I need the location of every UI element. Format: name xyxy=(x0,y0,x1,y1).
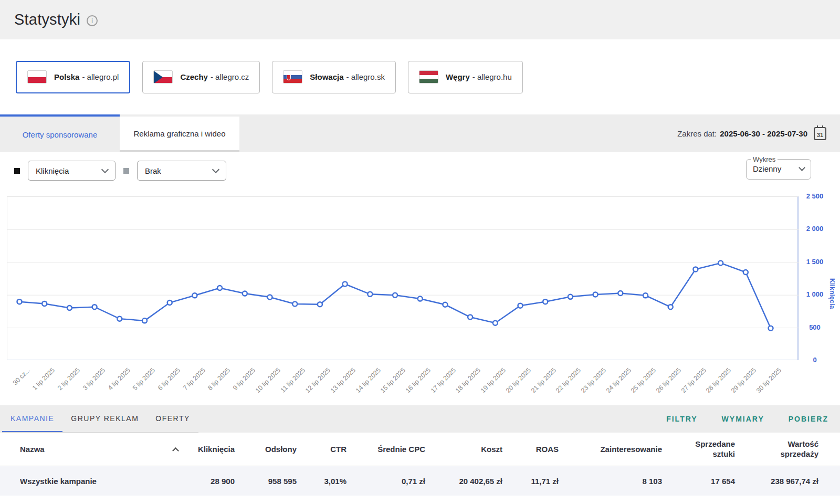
x-axis-tick-label: 12 lip 2025 xyxy=(304,366,332,394)
tab-reklama-graficzna[interactable]: Reklama graficzna i wideo xyxy=(120,117,239,152)
marketplace-panel: Polska- allegro.pl Czechy- allegro.cz Sł… xyxy=(0,39,840,114)
data-point[interactable] xyxy=(343,281,348,286)
chart-type-select[interactable]: Wykres Dzienny xyxy=(746,155,811,180)
metric2-value: Brak xyxy=(145,166,161,175)
column-header[interactable]: Średnie CPC xyxy=(346,445,425,454)
data-point[interactable] xyxy=(668,304,673,309)
marketplace-label: Słowacja- allegro.sk xyxy=(310,72,385,82)
data-point[interactable] xyxy=(142,318,147,323)
table-header-row: Nazwa Kliknięcia Odsłony CTR Średnie CPC… xyxy=(0,433,840,466)
data-point[interactable] xyxy=(243,291,247,296)
column-header[interactable]: Wartość sprzedaży xyxy=(735,439,818,459)
data-point[interactable] xyxy=(618,291,623,296)
data-point[interactable] xyxy=(543,299,548,304)
column-header-nazwa[interactable]: Nazwa xyxy=(0,445,181,454)
y-axis-tick-label: 1 000 xyxy=(803,290,827,298)
y-axis-tick-label: 2 500 xyxy=(803,192,827,200)
row-value: 11,71 zł xyxy=(502,477,559,486)
x-axis-tick-label: 29 lip 2025 xyxy=(730,366,758,394)
report-tabs: KAMPANIE GRUPY REKLAM OFERTY xyxy=(2,405,198,433)
column-header[interactable]: ROAS xyxy=(502,445,559,454)
sort-asc-icon[interactable] xyxy=(172,447,179,454)
row-value: 8 103 xyxy=(559,477,662,486)
column-header[interactable]: Sprzedane sztuki xyxy=(662,439,735,459)
data-point[interactable] xyxy=(468,315,472,320)
table-row[interactable]: Wszystkie kampanie 28 900 958 595 3,01% … xyxy=(0,466,840,496)
data-point[interactable] xyxy=(318,302,322,307)
calendar-icon[interactable]: 31 xyxy=(814,127,826,140)
row-value: 0,71 zł xyxy=(346,477,425,486)
data-point[interactable] xyxy=(292,302,297,307)
metric1-value: Kliknięcia xyxy=(36,166,69,175)
series1-color-swatch xyxy=(14,168,20,174)
metric2-select[interactable]: Brak xyxy=(137,161,226,181)
row-value: 238 967,74 zł xyxy=(735,477,818,486)
filters-button[interactable]: FILTRY xyxy=(666,415,697,423)
data-point[interactable] xyxy=(92,304,97,309)
data-point[interactable] xyxy=(443,302,447,307)
y-axis-title: Kliknięcia xyxy=(828,278,836,309)
row-name: Wszystkie kampanie xyxy=(0,477,181,486)
date-range[interactable]: Zakres dat: 2025-06-30 - 2025-07-30 31 xyxy=(677,127,826,140)
x-axis-tick-label: 16 lip 2025 xyxy=(404,366,432,394)
data-point[interactable] xyxy=(393,293,397,298)
marketplace-button-slovakia[interactable]: Słowacja- allegro.sk xyxy=(272,61,396,93)
data-point[interactable] xyxy=(42,301,47,306)
info-icon[interactable]: i xyxy=(87,15,98,26)
data-point[interactable] xyxy=(117,317,122,321)
x-axis-tick-label: 30 cz... xyxy=(12,366,32,386)
data-point[interactable] xyxy=(67,306,72,310)
chart-controls: Kliknięcia Brak Wykres Dzienny xyxy=(0,152,840,189)
series2-color-swatch xyxy=(123,168,129,174)
marketplace-button-poland[interactable]: Polska- allegro.pl xyxy=(16,61,130,93)
x-axis-tick-label: 20 lip 2025 xyxy=(505,366,532,394)
column-header[interactable]: Kliknięcia xyxy=(181,445,235,454)
x-axis-tick-label: 26 lip 2025 xyxy=(655,366,682,394)
data-point[interactable] xyxy=(743,270,748,275)
tab-grupy-reklam[interactable]: GRUPY REKLAM xyxy=(62,405,147,432)
column-header[interactable]: Koszt xyxy=(425,445,502,454)
data-point[interactable] xyxy=(718,261,723,266)
x-axis-tick-label: 24 lip 2025 xyxy=(605,366,633,394)
marketplace-button-czechia[interactable]: Czechy- allegro.cz xyxy=(142,61,260,93)
download-button[interactable]: POBIERZ xyxy=(789,415,828,423)
x-axis-tick-label: 18 lip 2025 xyxy=(454,366,482,394)
x-axis-tick-label: 28 lip 2025 xyxy=(705,366,732,394)
column-header[interactable]: Odsłony xyxy=(235,445,297,454)
metric1-select[interactable]: Kliknięcia xyxy=(28,161,116,181)
hungary-flag-icon xyxy=(419,70,438,83)
marketplace-button-hungary[interactable]: Węgry- allegro.hu xyxy=(408,61,523,93)
poland-flag-icon xyxy=(27,70,47,83)
column-header[interactable]: CTR xyxy=(297,445,346,454)
data-point[interactable] xyxy=(518,303,523,308)
x-axis-tick-label: 17 lip 2025 xyxy=(429,366,457,394)
data-point[interactable] xyxy=(368,292,372,297)
tab-oferty-sponsorowane[interactable]: Oferty sponsorowane xyxy=(0,114,120,152)
marketplace-label: Czechy- allegro.cz xyxy=(180,72,249,82)
report-tab-strip: KAMPANIE GRUPY REKLAM OFERTY FILTRY WYMI… xyxy=(0,405,840,433)
data-point[interactable] xyxy=(568,295,573,299)
data-point[interactable] xyxy=(643,293,648,298)
data-point[interactable] xyxy=(167,300,172,305)
page-header: Statystyki i xyxy=(0,0,840,39)
column-header[interactable]: Zainteresowanie xyxy=(559,445,662,454)
page-title: Statystyki xyxy=(14,11,80,28)
data-point[interactable] xyxy=(217,286,222,290)
x-axis-tick-label: 2 lip 2025 xyxy=(56,366,81,392)
data-point[interactable] xyxy=(593,292,598,297)
data-point[interactable] xyxy=(268,295,272,299)
x-axis-tick-label: 25 lip 2025 xyxy=(629,366,657,394)
x-axis-tick-label: 4 lip 2025 xyxy=(106,366,131,392)
data-point[interactable] xyxy=(17,299,22,304)
x-axis-tick-label: 14 lip 2025 xyxy=(354,366,382,394)
data-point[interactable] xyxy=(418,297,423,301)
tab-oferty[interactable]: OFERTY xyxy=(147,405,198,432)
data-point[interactable] xyxy=(769,326,773,331)
data-point[interactable] xyxy=(493,321,498,326)
data-point[interactable] xyxy=(693,267,698,271)
chevron-down-icon xyxy=(799,164,805,171)
tab-kampanie[interactable]: KAMPANIE xyxy=(2,405,62,432)
clicks-line-chart: 05001 0001 5002 0002 500Kliknięcia30 cz.… xyxy=(0,189,840,405)
data-point[interactable] xyxy=(192,293,197,298)
dimensions-button[interactable]: WYMIARY xyxy=(722,415,764,423)
